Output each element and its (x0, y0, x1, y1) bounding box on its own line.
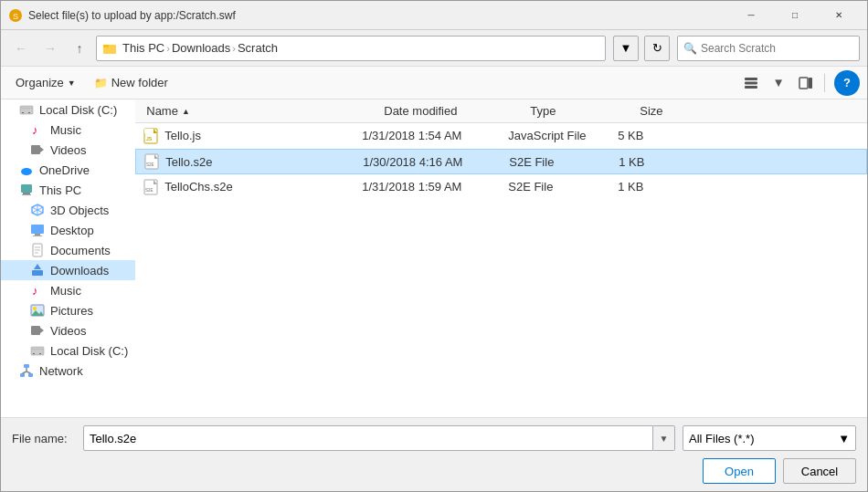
view-toggle-button[interactable] (738, 70, 764, 96)
sidebar-item-network[interactable]: Network (1, 361, 135, 381)
file-name: TelloChs.s2e (164, 180, 362, 194)
svg-text:♪: ♪ (32, 123, 38, 137)
cancel-button[interactable]: Cancel (783, 458, 856, 484)
file-type: S2E File (509, 155, 619, 169)
up-button[interactable]: ↑ (67, 36, 92, 61)
organize-dropdown-icon: ▼ (68, 79, 76, 88)
svg-rect-19 (21, 184, 32, 193)
sidebar-item-onedrive[interactable]: OneDrive (1, 160, 135, 180)
svg-text:JS: JS (146, 136, 153, 141)
title-controls: ─ □ ✕ (730, 1, 860, 30)
file-name-cell: JS Tello.js (143, 127, 362, 145)
sidebar-label: This PC (39, 183, 81, 197)
svg-rect-47 (28, 373, 33, 377)
svg-marker-15 (40, 147, 44, 152)
filename-dropdown-button[interactable]: ▼ (653, 425, 675, 451)
filename-dropdown-icon: ▼ (660, 434, 669, 444)
close-button[interactable]: ✕ (818, 1, 860, 30)
breadcrumb-thispc: This PC (122, 41, 164, 55)
sidebar-item-this-pc[interactable]: This PC (1, 180, 135, 200)
table-row[interactable]: S2E Tello.s2e 1/30/2018 4:16 AM S2E File… (135, 149, 867, 174)
sidebar-item-desktop[interactable]: Desktop (1, 220, 135, 240)
pictures-icon (30, 303, 45, 318)
address-bar[interactable]: This PC › Downloads › Scratch (96, 36, 606, 61)
table-row[interactable]: JS Tello.js 1/31/2018 1:54 AM JavaScript… (135, 123, 867, 149)
svg-rect-14 (31, 145, 40, 154)
svg-rect-44 (31, 349, 44, 350)
sidebar-item-3d-objects[interactable]: 3D Objects (1, 200, 135, 220)
toolbar: ← → ↑ This PC › Downloads › Scratch ▼ (1, 30, 867, 67)
filetype-dropdown-icon: ▼ (838, 432, 850, 445)
table-row[interactable]: S2E TelloChs.s2e 1/31/2018 1:59 AM S2E F… (135, 174, 867, 200)
preview-pane-button[interactable] (793, 70, 819, 96)
sidebar-item-music2[interactable]: ♪ Music (1, 280, 135, 300)
disk2-icon (30, 343, 45, 358)
filename-input[interactable] (83, 425, 653, 451)
view-dropdown-button[interactable]: ▼ (766, 70, 791, 96)
organize-button[interactable]: Organize ▼ (8, 70, 83, 96)
svg-rect-42 (33, 353, 35, 354)
svg-rect-39 (31, 326, 40, 335)
svg-rect-4 (745, 78, 757, 80)
column-header-type[interactable]: Type (526, 99, 636, 122)
sidebar-label: Music (50, 123, 81, 137)
sidebar-item-videos[interactable]: Videos (1, 140, 135, 160)
svg-rect-5 (745, 81, 757, 84)
minimize-button[interactable]: ─ (730, 1, 772, 30)
file-date: 1/30/2018 4:16 AM (363, 155, 509, 169)
breadcrumb-downloads: Downloads (172, 41, 230, 55)
svg-rect-20 (23, 193, 30, 194)
svg-rect-6 (745, 86, 757, 89)
refresh-button[interactable]: ↻ (644, 36, 670, 61)
title-bar-left: S Select file(s) to upload by app:/Scrat… (8, 8, 236, 23)
sidebar-item-pictures[interactable]: Pictures (1, 300, 135, 320)
up-icon: ↑ (77, 41, 83, 56)
video-icon (30, 142, 45, 157)
column-header-size[interactable]: Size (636, 99, 709, 122)
forward-icon: → (44, 41, 57, 56)
search-input[interactable] (701, 42, 853, 55)
command-bar: Organize ▼ 📁 New folder ▼ (1, 67, 867, 99)
sidebar-label: Pictures (50, 304, 93, 318)
svg-marker-34 (34, 264, 41, 269)
sidebar-label: Videos (50, 324, 87, 338)
file-date: 1/31/2018 1:59 AM (362, 180, 508, 194)
svg-text:S: S (13, 12, 18, 21)
view-dropdown-icon: ▼ (772, 76, 784, 89)
organize-label: Organize (16, 76, 64, 89)
svg-point-18 (26, 169, 31, 174)
sidebar-item-documents[interactable]: Documents (1, 240, 135, 260)
column-header-date[interactable]: Date modified (380, 99, 526, 122)
help-button[interactable]: ? (834, 70, 860, 96)
forward-button[interactable]: → (37, 36, 63, 61)
new-folder-button[interactable]: 📁 New folder (87, 70, 175, 96)
filetype-select[interactable]: All Files (*.*) ▼ (683, 425, 856, 451)
svg-rect-11 (28, 112, 30, 113)
file-type: S2E File (508, 180, 618, 194)
sidebar-item-downloads[interactable]: Downloads (1, 260, 135, 280)
column-header-name[interactable]: Name ▲ (143, 99, 380, 122)
back-icon: ← (15, 41, 27, 56)
sidebar-item-music[interactable]: ♪ Music (1, 120, 135, 140)
sidebar-label: OneDrive (39, 163, 90, 177)
svg-line-49 (23, 372, 27, 373)
back-button[interactable]: ← (8, 36, 34, 61)
music-icon: ♪ (30, 122, 45, 137)
sidebar-item-local-disk-c2[interactable]: Local Disk (C:) (1, 340, 135, 361)
sidebar-label: Local Disk (C:) (39, 103, 117, 117)
svg-text:S2E: S2E (146, 162, 154, 167)
desktop-icon (30, 223, 45, 237)
sidebar-item-videos2[interactable]: Videos (1, 320, 135, 340)
sidebar-item-local-disk-c[interactable]: Local Disk (C:) (1, 99, 135, 120)
address-dropdown-button[interactable]: ▼ (613, 36, 639, 61)
sidebar: Local Disk (C:) ♪ Music Videos (1, 99, 135, 417)
svg-rect-46 (20, 373, 25, 377)
computer-icon (19, 183, 34, 197)
file-type: JavaScript File (508, 129, 618, 142)
svg-rect-33 (32, 270, 43, 276)
maximize-button[interactable]: □ (774, 1, 816, 30)
open-button[interactable]: Open (703, 458, 776, 484)
search-box[interactable]: 🔍 (677, 36, 860, 61)
sidebar-label: Downloads (50, 264, 109, 277)
svg-line-50 (26, 372, 31, 373)
